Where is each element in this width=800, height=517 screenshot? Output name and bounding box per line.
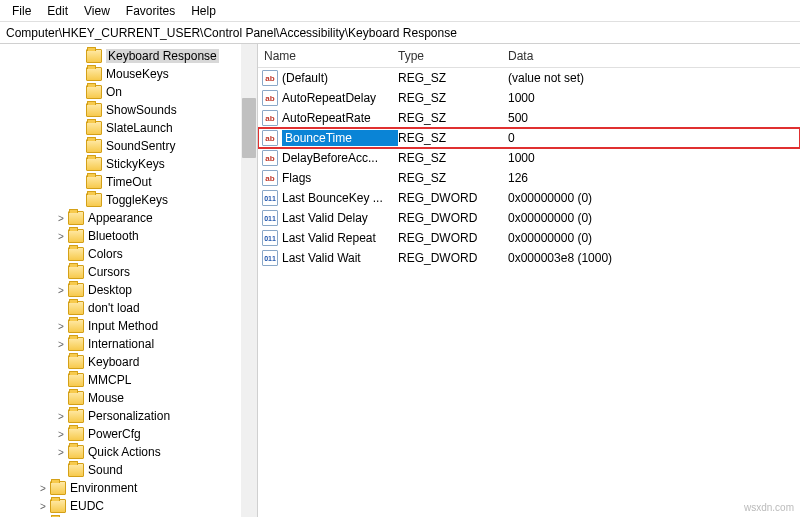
value-name: AutoRepeatDelay [282, 91, 398, 105]
value-data: (value not set) [508, 71, 800, 85]
expand-toggle-icon[interactable]: > [36, 483, 50, 494]
tree-item[interactable]: >Environment [0, 479, 257, 497]
value-type: REG_SZ [398, 131, 508, 145]
dword-value-icon: 011 [262, 190, 278, 206]
tree-item-label: Bluetooth [88, 229, 139, 243]
tree-item[interactable]: Colors [0, 245, 257, 263]
tree-item[interactable]: MMCPL [0, 371, 257, 389]
value-type: REG_DWORD [398, 211, 508, 225]
tree-item-label: StickyKeys [106, 157, 165, 171]
value-name: BounceTime [282, 130, 398, 146]
value-row[interactable]: abBounceTimeREG_SZ0 [258, 128, 800, 148]
folder-icon [50, 499, 66, 513]
tree-item[interactable]: >International [0, 335, 257, 353]
tree-item-label: Input Method [88, 319, 158, 333]
value-row[interactable]: abFlagsREG_SZ126 [258, 168, 800, 188]
watermark: wsxdn.com [744, 502, 794, 513]
tree-item-label: don't load [88, 301, 140, 315]
expand-toggle-icon[interactable]: > [54, 321, 68, 332]
tree-item[interactable]: >Personalization [0, 407, 257, 425]
value-row[interactable]: 011Last Valid WaitREG_DWORD0x000003e8 (1… [258, 248, 800, 268]
value-row[interactable]: 011Last Valid RepeatREG_DWORD0x00000000 … [258, 228, 800, 248]
value-type: REG_SZ [398, 171, 508, 185]
registry-tree[interactable]: Keyboard ResponseMouseKeysOnShowSoundsSl… [0, 44, 258, 517]
tree-item[interactable]: don't load [0, 299, 257, 317]
list-header[interactable]: Name Type Data [258, 44, 800, 68]
folder-icon [86, 175, 102, 189]
tree-item[interactable]: StickyKeys [0, 155, 257, 173]
value-row[interactable]: abAutoRepeatRateREG_SZ500 [258, 108, 800, 128]
folder-icon [86, 121, 102, 135]
string-value-icon: ab [262, 170, 278, 186]
tree-item[interactable]: Keyboard [0, 353, 257, 371]
menu-bar: File Edit View Favorites Help [0, 0, 800, 22]
tree-item[interactable]: >Bluetooth [0, 227, 257, 245]
tree-scrollbar-thumb[interactable] [242, 98, 256, 158]
tree-item-label: Desktop [88, 283, 132, 297]
tree-item-label: MouseKeys [106, 67, 169, 81]
menu-favorites[interactable]: Favorites [118, 2, 183, 20]
tree-item[interactable]: >Quick Actions [0, 443, 257, 461]
string-value-icon: ab [262, 90, 278, 106]
tree-item[interactable]: Cursors [0, 263, 257, 281]
value-data: 0x00000000 (0) [508, 191, 800, 205]
expand-toggle-icon[interactable]: > [54, 411, 68, 422]
folder-icon [86, 85, 102, 99]
tree-item[interactable]: ToggleKeys [0, 191, 257, 209]
value-type: REG_SZ [398, 151, 508, 165]
tree-item[interactable]: >Desktop [0, 281, 257, 299]
expand-toggle-icon[interactable]: > [54, 285, 68, 296]
folder-icon [68, 319, 84, 333]
tree-item[interactable]: >PowerCfg [0, 425, 257, 443]
value-name: Last BounceKey ... [282, 191, 398, 205]
tree-item[interactable]: SoundSentry [0, 137, 257, 155]
tree-item-label: SlateLaunch [106, 121, 173, 135]
value-row[interactable]: abDelayBeforeAcc...REG_SZ1000 [258, 148, 800, 168]
tree-item[interactable]: Mouse [0, 389, 257, 407]
tree-item[interactable]: Keyboard Response [0, 47, 257, 65]
expand-toggle-icon[interactable]: > [54, 213, 68, 224]
tree-item[interactable]: Sound [0, 461, 257, 479]
menu-view[interactable]: View [76, 2, 118, 20]
tree-item[interactable]: ShowSounds [0, 101, 257, 119]
tree-item[interactable]: SlateLaunch [0, 119, 257, 137]
value-name: Last Valid Repeat [282, 231, 398, 245]
tree-item[interactable]: >Input Method [0, 317, 257, 335]
value-row[interactable]: ab(Default)REG_SZ(value not set) [258, 68, 800, 88]
value-row[interactable]: 011Last Valid DelayREG_DWORD0x00000000 (… [258, 208, 800, 228]
folder-icon [86, 49, 102, 63]
tree-item-label: EUDC [70, 499, 104, 513]
expand-toggle-icon[interactable]: > [54, 339, 68, 350]
tree-item[interactable]: MouseKeys [0, 65, 257, 83]
value-row[interactable]: abAutoRepeatDelayREG_SZ1000 [258, 88, 800, 108]
tree-item-label: Mouse [88, 391, 124, 405]
value-list[interactable]: Name Type Data ab(Default)REG_SZ(value n… [258, 44, 800, 517]
menu-edit[interactable]: Edit [39, 2, 76, 20]
column-data[interactable]: Data [508, 49, 800, 63]
tree-item[interactable]: TimeOut [0, 173, 257, 191]
expand-toggle-icon[interactable]: > [54, 429, 68, 440]
address-bar[interactable]: Computer\HKEY_CURRENT_USER\Control Panel… [0, 22, 800, 44]
value-row[interactable]: 011Last BounceKey ...REG_DWORD0x00000000… [258, 188, 800, 208]
dword-value-icon: 011 [262, 210, 278, 226]
column-type[interactable]: Type [398, 49, 508, 63]
expand-toggle-icon[interactable]: > [54, 447, 68, 458]
tree-item-label: ShowSounds [106, 103, 177, 117]
tree-item[interactable]: On [0, 83, 257, 101]
dword-value-icon: 011 [262, 250, 278, 266]
expand-toggle-icon[interactable]: > [36, 501, 50, 512]
menu-help[interactable]: Help [183, 2, 224, 20]
folder-icon [86, 139, 102, 153]
tree-scrollbar[interactable] [241, 44, 257, 517]
expand-toggle-icon[interactable]: > [54, 231, 68, 242]
dword-value-icon: 011 [262, 230, 278, 246]
tree-item[interactable]: >EUDC [0, 497, 257, 515]
value-type: REG_DWORD [398, 231, 508, 245]
folder-icon [68, 463, 84, 477]
folder-icon [68, 373, 84, 387]
folder-icon [86, 193, 102, 207]
menu-file[interactable]: File [4, 2, 39, 20]
value-name: Flags [282, 171, 398, 185]
column-name[interactable]: Name [258, 49, 398, 63]
tree-item[interactable]: >Appearance [0, 209, 257, 227]
